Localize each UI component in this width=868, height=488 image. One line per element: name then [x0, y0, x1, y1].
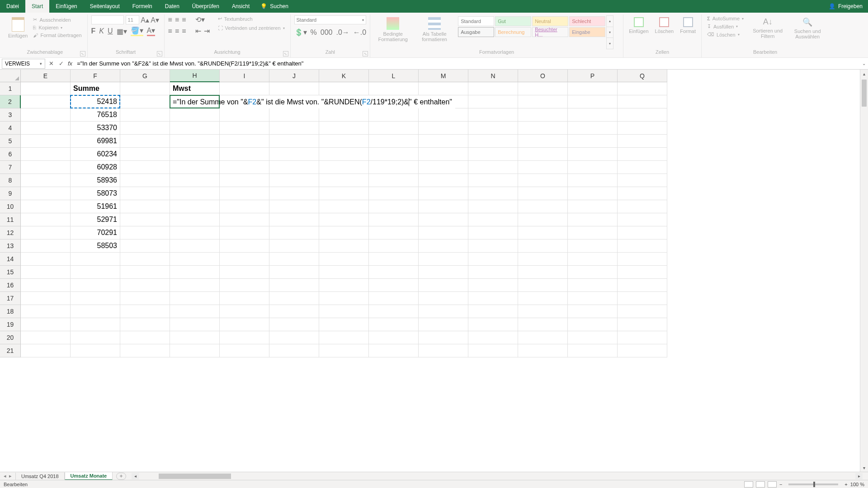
cell-Q3[interactable] [618, 108, 667, 122]
cell-Q7[interactable] [618, 161, 667, 174]
find-select-button[interactable]: 🔍Suchen und Auswählen [790, 15, 825, 49]
comma-icon[interactable]: 000 [321, 28, 333, 37]
orientation-icon[interactable]: ⟲▾ [195, 15, 205, 24]
cell-P12[interactable] [568, 226, 618, 239]
style-schlecht[interactable]: Schlecht [569, 16, 605, 26]
tab-formulas[interactable]: Formeln [126, 0, 159, 13]
cell-G14[interactable] [120, 253, 170, 266]
format-painter-button[interactable]: 🖌Format übertragen [31, 32, 83, 38]
row-header-16[interactable]: 16 [0, 279, 21, 292]
cell-E16[interactable] [21, 279, 71, 292]
cell-O18[interactable] [518, 305, 568, 318]
cell-L7[interactable] [369, 161, 419, 174]
indent-increase-icon[interactable]: ⇥ [204, 27, 210, 35]
cell-E21[interactable] [21, 344, 71, 357]
name-box[interactable]: VERWEIS ▾ [2, 59, 45, 69]
cell-E3[interactable] [21, 108, 71, 122]
scroll-up-icon[interactable]: ▴ [860, 70, 868, 78]
cell-I3[interactable] [220, 108, 269, 122]
fill-color-button[interactable]: 🪣▾ [131, 26, 143, 36]
row-header-10[interactable]: 10 [0, 200, 21, 213]
cell-J21[interactable] [269, 344, 319, 357]
align-bottom-icon[interactable]: ≡ [182, 16, 186, 24]
cell-J18[interactable] [269, 305, 319, 318]
cell-J19[interactable] [269, 318, 319, 331]
cell-Q6[interactable] [618, 148, 667, 161]
zoom-slider[interactable] [788, 483, 838, 485]
formula-input[interactable]: ="In der Summe von "&F2&" ist die Mwst v… [74, 59, 860, 69]
cell-K15[interactable] [319, 266, 369, 279]
cell-J14[interactable] [269, 253, 319, 266]
cell-M21[interactable] [419, 344, 468, 357]
cell-Q17[interactable] [618, 292, 667, 305]
cell-K7[interactable] [319, 161, 369, 174]
cell-I17[interactable] [220, 292, 269, 305]
cell-E19[interactable] [21, 318, 71, 331]
cells-area[interactable]: SummeMwst5241876518533706998160234609285… [21, 82, 860, 472]
cell-F1[interactable]: Summe [71, 82, 120, 95]
cell-L6[interactable] [369, 148, 419, 161]
cell-F18[interactable] [71, 305, 120, 318]
expand-formula-bar-button[interactable]: ⌄ [860, 61, 868, 66]
font-name-input[interactable] [91, 15, 124, 24]
cell-O5[interactable] [518, 135, 568, 148]
nav-prev-icon[interactable]: ◂ [4, 473, 6, 479]
cell-L21[interactable] [369, 344, 419, 357]
cell-K14[interactable] [319, 253, 369, 266]
cell-Q2[interactable] [618, 95, 667, 108]
cell-P2[interactable] [568, 95, 618, 108]
cell-M4[interactable] [419, 122, 468, 135]
cell-O15[interactable] [518, 266, 568, 279]
cell-G11[interactable] [120, 213, 170, 226]
cell-P11[interactable] [568, 213, 618, 226]
cell-M19[interactable] [419, 318, 468, 331]
column-header-N[interactable]: N [468, 70, 518, 82]
row-header-17[interactable]: 17 [0, 292, 21, 305]
sort-filter-button[interactable]: A↓Sortieren und Filtern [750, 15, 785, 49]
worksheet-grid[interactable]: EFGHIJKLMNOPQ 12345678910111213141516171… [0, 70, 860, 472]
cell-F17[interactable] [71, 292, 120, 305]
cell-F15[interactable] [71, 266, 120, 279]
cell-F7[interactable]: 60928 [71, 161, 120, 174]
tab-insert[interactable]: Einfügen [49, 0, 83, 13]
cell-P6[interactable] [568, 148, 618, 161]
scrollbar-thumb[interactable] [862, 80, 867, 107]
zoom-in-button[interactable]: + [844, 482, 847, 487]
clear-button[interactable]: ⌫Löschen▾ [705, 31, 745, 38]
cell-G7[interactable] [120, 161, 170, 174]
merge-center-button[interactable]: ⛶Verbinden und zentrieren▾ [216, 25, 287, 31]
cell-J11[interactable] [269, 213, 319, 226]
cell-H21[interactable] [170, 344, 220, 357]
cell-G8[interactable] [120, 174, 170, 187]
cell-Q9[interactable] [618, 187, 667, 200]
hscroll-thumb[interactable] [159, 474, 231, 479]
horizontal-scrollbar[interactable]: ◂ ▸ [132, 473, 863, 479]
cell-E15[interactable] [21, 266, 71, 279]
cell-I20[interactable] [220, 331, 269, 344]
row-header-14[interactable]: 14 [0, 253, 21, 266]
cell-N7[interactable] [468, 161, 518, 174]
cell-I10[interactable] [220, 200, 269, 213]
nav-next-icon[interactable]: ▸ [9, 473, 12, 479]
cell-M20[interactable] [419, 331, 468, 344]
cell-N8[interactable] [468, 174, 518, 187]
cell-G6[interactable] [120, 148, 170, 161]
cell-J10[interactable] [269, 200, 319, 213]
row-headers[interactable]: 123456789101112131415161718192021 [0, 82, 21, 472]
cell-M5[interactable] [419, 135, 468, 148]
cell-G13[interactable] [120, 239, 170, 253]
column-header-G[interactable]: G [120, 70, 170, 82]
cell-N17[interactable] [468, 292, 518, 305]
view-pagebreak-button[interactable] [768, 481, 777, 488]
cell-G5[interactable] [120, 135, 170, 148]
style-neutral[interactable]: Neutral [532, 16, 568, 26]
cell-Q18[interactable] [618, 305, 667, 318]
cell-H13[interactable] [170, 239, 220, 253]
cell-O11[interactable] [518, 213, 568, 226]
cell-Q13[interactable] [618, 239, 667, 253]
row-header-9[interactable]: 9 [0, 187, 21, 200]
cell-H10[interactable] [170, 200, 220, 213]
format-as-table-button[interactable]: Als Tabelle formatieren [415, 15, 453, 49]
tab-file[interactable]: Datei [0, 0, 25, 13]
cell-K21[interactable] [319, 344, 369, 357]
